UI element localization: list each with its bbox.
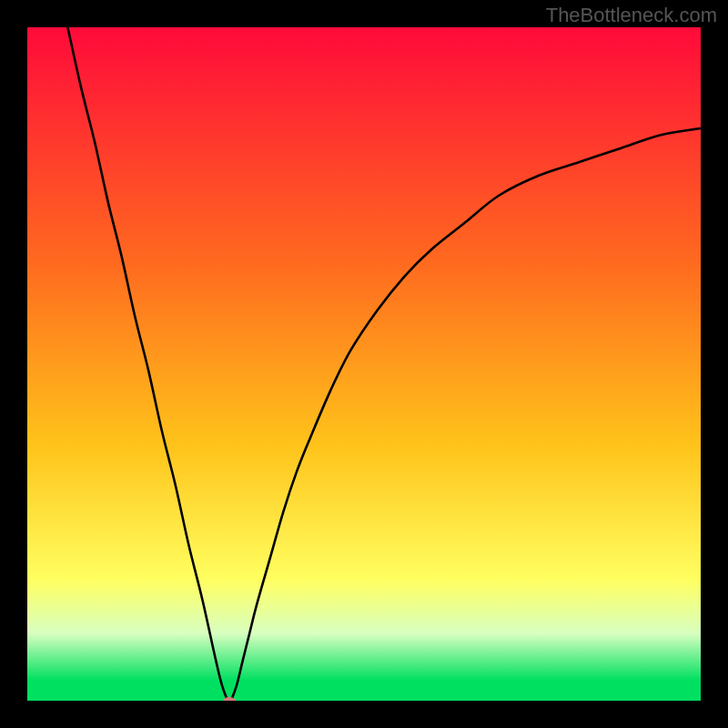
- bottleneck-chart: [27, 27, 701, 701]
- plot-background: [27, 27, 701, 701]
- chart-container: { "watermark": "TheBottleneck.com", "cha…: [0, 0, 728, 728]
- watermark-text: TheBottleneck.com: [546, 4, 717, 27]
